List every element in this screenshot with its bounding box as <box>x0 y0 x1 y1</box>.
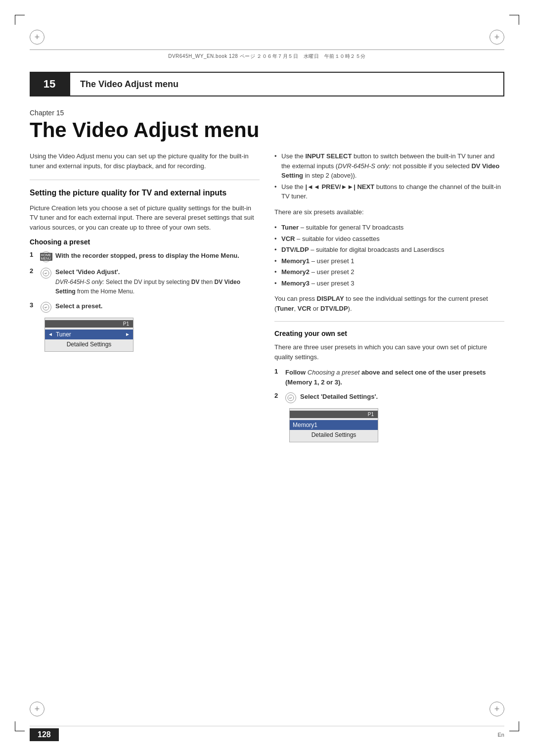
right-column: Use the INPUT SELECT button to switch be… <box>274 151 504 447</box>
crop-mark-br <box>509 721 519 731</box>
preset-tuner: Tuner – suitable for general TV broadcas… <box>274 223 504 233</box>
bullet-input-select: Use the INPUT SELECT button to switch be… <box>274 151 504 181</box>
step-2-row: 2 ↵ Select 'Video Adjust'. DVR-645H-S on… <box>30 267 260 296</box>
chapter-title: The Video Adjust menu <box>69 72 504 96</box>
right-step-1-text: Follow Choosing a preset above and selec… <box>285 368 504 387</box>
intro-paragraph: Using the Video Adjust menu you can set … <box>30 151 260 171</box>
step-1-text: With the recorder stopped, press to disp… <box>55 251 260 261</box>
divider-2 <box>274 321 504 322</box>
arrow-right-icon: ► <box>125 331 130 337</box>
chapter-label: Chapter 15 <box>30 109 504 117</box>
reg-mark-bl <box>30 702 44 716</box>
home-menu-label: HOMEMENU <box>40 253 52 261</box>
enter-icon: ↵ <box>41 268 51 279</box>
right-step-2-row: 2 ↵ Select 'Detailed Settings'. <box>274 392 504 403</box>
header-rule <box>30 49 504 50</box>
screen-row-tuner: ◄ Tuner ► <box>45 330 133 339</box>
step-3-row: 3 ↵ Select a preset. <box>30 301 260 313</box>
arrow-left-icon: ◄ <box>48 331 53 337</box>
screen-header-2: P1 <box>290 411 378 418</box>
screen-header-1: P1 <box>45 320 133 328</box>
step-1-row: 1 HOMEMENU With the recorder stopped, pr… <box>30 251 260 262</box>
right-step-1-row: 1 Follow Choosing a preset above and sel… <box>274 368 504 387</box>
step-3-number: 3 <box>30 301 37 309</box>
svg-text:↵: ↵ <box>289 396 292 400</box>
preset-dtv: DTV/LDP – suitable for digital broadcast… <box>274 245 504 255</box>
screen-tuner-label: Tuner <box>56 331 71 338</box>
display-note: You can press DISPLAY to see the individ… <box>274 294 504 313</box>
screen-mockup-1: P1 ◄ Tuner ► Detailed Settings <box>44 318 134 352</box>
reg-mark-br <box>490 702 504 716</box>
screen-detailed-settings-2: Detailed Settings <box>290 430 378 440</box>
two-column-layout: Using the Video Adjust menu you can set … <box>30 151 504 447</box>
enter-icon-2: ↵ <box>41 302 51 313</box>
preset-memory1: Memory1 – user preset 1 <box>274 256 504 266</box>
crop-mark-bl <box>15 721 25 731</box>
screen-detailed-settings-1: Detailed Settings <box>45 339 133 349</box>
preset-vcr: VCR – suitable for video cassettes <box>274 234 504 244</box>
right-step-2-text: Select 'Detailed Settings'. <box>300 392 504 402</box>
subsection-choosing: Choosing a preset <box>30 238 260 246</box>
screen-mockup-2: P1 Memory1 Detailed Settings <box>289 408 378 442</box>
right-step-1-number: 1 <box>274 368 281 375</box>
section-title: Setting the picture quality for TV and e… <box>30 188 260 198</box>
screen-row-memory1: Memory1 <box>290 420 378 430</box>
footer: 128 En <box>30 728 504 741</box>
step-2-number: 2 <box>30 267 37 275</box>
right-step-2-number: 2 <box>274 392 281 399</box>
bullet-prev-next: Use the |◄◄ PREV/►►| NEXT buttons to cha… <box>274 182 504 201</box>
chapter-banner: 15 The Video Adjust menu <box>30 72 504 96</box>
svg-text:↵: ↵ <box>44 306 47 309</box>
footer-rule <box>30 726 504 726</box>
page-number: 128 <box>30 728 59 741</box>
main-title: The Video Adjust menu <box>30 119 504 142</box>
presets-list: Tuner – suitable for general TV broadcas… <box>274 223 504 288</box>
creating-intro: There are three user presets in which yo… <box>274 342 504 362</box>
preset-memory3: Memory3 – user preset 3 <box>274 279 504 288</box>
divider-1 <box>30 180 260 180</box>
step-3-text: Select a preset. <box>55 301 260 311</box>
reg-mark-tl <box>30 30 44 45</box>
footer-lang: En <box>498 732 504 738</box>
step-1-number: 1 <box>30 251 37 258</box>
crop-mark-tl <box>15 15 25 25</box>
left-column: Using the Video Adjust menu you can set … <box>30 151 260 447</box>
content-area: Chapter 15 The Video Adjust menu Using t… <box>30 109 504 697</box>
reg-mark-tr <box>490 30 504 45</box>
section-intro: Picture Creation lets you choose a set o… <box>30 203 260 233</box>
home-menu-icon: HOMEMENU <box>41 251 51 262</box>
screen-memory1-label: Memory1 <box>293 422 317 428</box>
crop-mark-tr <box>509 15 519 25</box>
header-file-info: DVR645H_WY_EN.book 128 ページ ２０６年７月５日 水曜日 … <box>59 53 475 60</box>
enter-icon-3: ↵ <box>285 392 296 403</box>
right-bullet-list: Use the INPUT SELECT button to switch be… <box>274 151 504 201</box>
creating-title: Creating your own set <box>274 330 504 337</box>
step-2-text: Select 'Video Adjust'. DVR-645H-S only: … <box>55 267 260 296</box>
presets-intro: There are six presets available: <box>274 207 504 217</box>
preset-memory2: Memory2 – user preset 2 <box>274 267 504 277</box>
chapter-number: 15 <box>30 72 69 96</box>
svg-text:↵: ↵ <box>44 272 47 275</box>
